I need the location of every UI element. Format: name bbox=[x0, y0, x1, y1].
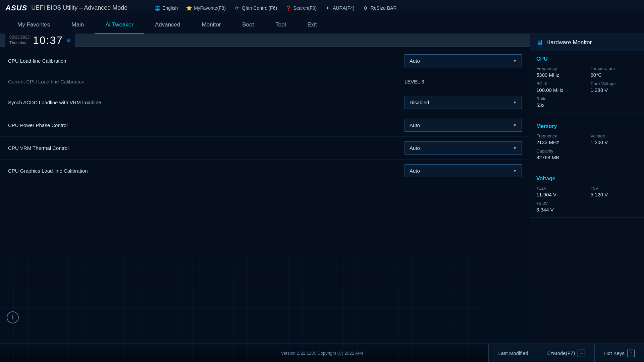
setting-row-cpu-graphics-load-line[interactable]: CPU Graphics Load-line Calibration Auto … bbox=[0, 160, 530, 182]
monitor-icon: 🖥 bbox=[536, 39, 543, 46]
header-toolbar: 🌐 English ⭐ MyFavorite(F3) ⟳ Qfan Contro… bbox=[154, 5, 396, 11]
hw-memory-title: Memory bbox=[536, 123, 638, 129]
breadcrumb: ← Ai Tweaker\DIGI+ VRM bbox=[0, 34, 530, 47]
hw-label-mem-freq: Frequency bbox=[536, 133, 584, 138]
hw-field-v12: +12V 11.904 V bbox=[536, 186, 584, 197]
toolbar-myfavorite-label: MyFavorite(F3) bbox=[194, 5, 226, 11]
footer-last-modified[interactable]: Last Modified bbox=[488, 344, 537, 362]
nav-boot[interactable]: Boot bbox=[231, 16, 265, 34]
footer-hot-keys[interactable]: Hot Keys ? bbox=[594, 344, 644, 362]
hw-voltage-title: Voltage bbox=[536, 176, 638, 182]
toolbar-qfan[interactable]: ⟳ Qfan Control(F6) bbox=[234, 5, 277, 11]
hw-label-cpu-core-voltage: Core Voltage bbox=[591, 81, 638, 86]
hw-field-mem-capacity: Capacity 32768 MB bbox=[536, 148, 638, 160]
setting-label-cpu-graphics-load-line: CPU Graphics Load-line Calibration bbox=[8, 168, 405, 174]
date-display: 02/23/2023 bbox=[9, 35, 30, 40]
hw-field-cpu-core-voltage: Core Voltage 1.288 V bbox=[591, 81, 638, 93]
hw-value-cpu-bclk: 100.00 MHz bbox=[536, 87, 584, 93]
hw-monitor-header: 🖥 Hardware Monitor bbox=[530, 34, 644, 51]
toolbar-search-label: Search(F9) bbox=[293, 5, 317, 11]
nav-favorites-label: My Favorites bbox=[17, 21, 50, 28]
globe-icon: 🌐 bbox=[154, 5, 160, 11]
chevron-down-icon-4: ▼ bbox=[513, 146, 517, 150]
hw-divider-2 bbox=[530, 168, 644, 168]
question-icon: ❓ bbox=[285, 5, 291, 11]
toolbar-english[interactable]: 🌐 English bbox=[154, 5, 178, 11]
setting-row-synch-acdc[interactable]: Synch ACDC Loadline with VRM Loadline Di… bbox=[0, 91, 530, 114]
logo-area: ASUS UEFI BIOS Utility – Advanced Mode bbox=[5, 4, 127, 12]
nav-main[interactable]: Main bbox=[61, 16, 95, 34]
nav-tool[interactable]: Tool bbox=[265, 16, 297, 34]
toolbar-myfavorite[interactable]: ⭐ MyFavorite(F3) bbox=[186, 5, 226, 11]
hw-memory-grid: Frequency 2133 MHz Voltage 1.200 V Capac… bbox=[536, 133, 638, 160]
setting-row-cpu-load-line[interactable]: CPU Load-line Calibration Auto ▼ bbox=[0, 50, 530, 72]
hw-label-v5: +5V bbox=[591, 186, 638, 191]
chevron-down-icon-3: ▼ bbox=[513, 123, 517, 128]
info-icon-area: i bbox=[7, 311, 19, 323]
setting-label-cpu-load-line: CPU Load-line Calibration bbox=[8, 58, 405, 64]
hw-field-v33: +3.3V 3.344 V bbox=[536, 201, 584, 213]
hw-field-mem-freq: Frequency 2133 MHz bbox=[536, 133, 584, 145]
hw-label-cpu-bclk: BCLK bbox=[536, 81, 584, 86]
setting-dropdown-cpu-power-phase[interactable]: Auto ▼ bbox=[405, 119, 522, 132]
hw-value-cpu-temp: 60°C bbox=[591, 72, 638, 78]
nav-tool-label: Tool bbox=[275, 21, 286, 28]
hw-label-cpu-temp: Temperature bbox=[591, 66, 638, 71]
ezmode-label: EzMode(F7) bbox=[547, 350, 575, 356]
star-icon: ⭐ bbox=[186, 5, 192, 11]
nav-exit[interactable]: Exit bbox=[297, 16, 327, 34]
nav-favorites[interactable]: My Favorites bbox=[7, 16, 61, 34]
hw-value-mem-capacity: 32768 MB bbox=[536, 155, 638, 160]
nav-boot-label: Boot bbox=[242, 21, 254, 28]
nav-monitor-label: Monitor bbox=[202, 21, 221, 28]
setting-dropdown-synch-acdc[interactable]: Disabled ▼ bbox=[405, 96, 522, 109]
info-button[interactable]: i bbox=[7, 311, 19, 323]
hw-value-cpu-freq: 5300 MHz bbox=[536, 72, 584, 78]
hw-field-cpu-temp: Temperature 60°C bbox=[591, 66, 638, 78]
footer-ezmode[interactable]: EzMode(F7) → bbox=[538, 344, 595, 362]
setting-label-cpu-vrm-thermal: CPU VRM Thermal Control bbox=[8, 145, 405, 151]
setting-dropdown-cpu-graphics-load-line[interactable]: Auto ▼ bbox=[405, 164, 522, 177]
chevron-down-icon: ▼ bbox=[513, 59, 517, 63]
hw-cpu-grid: Frequency 5300 MHz Temperature 60°C BCLK… bbox=[536, 66, 638, 108]
nav-aitweaker-label: Ai Tweaker bbox=[105, 21, 133, 28]
nav-monitor[interactable]: Monitor bbox=[191, 16, 232, 34]
hw-divider-1 bbox=[530, 116, 644, 116]
hw-cpu-section: CPU Frequency 5300 MHz Temperature 60°C … bbox=[530, 51, 644, 113]
dropdown-value-synch-acdc: Disabled bbox=[410, 100, 429, 105]
hot-keys-label: Hot Keys bbox=[604, 350, 625, 356]
toolbar-resizebar[interactable]: ⚙ ReSize BAR bbox=[363, 5, 397, 11]
navbar: My Favorites Main Ai Tweaker Advanced Mo… bbox=[0, 16, 644, 34]
settings-clock-icon[interactable]: ⚙ bbox=[66, 37, 71, 44]
chevron-down-icon-2: ▼ bbox=[513, 100, 517, 105]
hw-field-cpu-ratio: Ratio 53x bbox=[536, 96, 584, 108]
footer-buttons: Last Modified EzMode(F7) → Hot Keys ? bbox=[488, 344, 644, 362]
time-display: 10:37 bbox=[33, 34, 63, 47]
day-display: Thursday bbox=[9, 40, 30, 46]
hw-field-mem-voltage: Voltage 1.200 V bbox=[591, 133, 638, 145]
setting-dropdown-cpu-load-line[interactable]: Auto ▼ bbox=[405, 54, 522, 67]
hw-monitor-title: Hardware Monitor bbox=[546, 39, 592, 46]
hw-label-cpu-freq: Frequency bbox=[536, 66, 584, 71]
nav-main-label: Main bbox=[71, 21, 84, 28]
nav-advanced[interactable]: Advanced bbox=[144, 16, 191, 34]
hw-memory-section: Memory Frequency 2133 MHz Voltage 1.200 … bbox=[530, 119, 644, 165]
toolbar-aura[interactable]: ✦ AURA(F4) bbox=[325, 5, 355, 11]
footer: Version 2.22.1286 Copyright (C) 2022 AMI… bbox=[0, 344, 644, 362]
datetime-block: 02/23/2023 Thursday 10:37 ⚙ bbox=[5, 32, 75, 48]
bios-title: UEFI BIOS Utility – Advanced Mode bbox=[31, 4, 127, 11]
setting-label-cpu-power-phase: CPU Power Phase Control bbox=[8, 122, 405, 128]
toolbar-resizebar-label: ReSize BAR bbox=[371, 5, 397, 11]
hw-voltage-section: Voltage +12V 11.904 V +5V 5.120 V +3.3V … bbox=[530, 171, 644, 218]
setting-label-synch-acdc: Synch ACDC Loadline with VRM Loadline bbox=[8, 100, 405, 105]
hw-voltage-grid: +12V 11.904 V +5V 5.120 V +3.3V 3.344 V bbox=[536, 186, 638, 213]
hw-value-v33: 3.344 V bbox=[536, 207, 584, 213]
nav-aitweaker[interactable]: Ai Tweaker bbox=[95, 16, 144, 34]
toolbar-search[interactable]: ❓ Search(F9) bbox=[285, 5, 317, 11]
settings-list: CPU Load-line Calibration Auto ▼ Current… bbox=[0, 47, 530, 344]
setting-row-cpu-power-phase[interactable]: CPU Power Phase Control Auto ▼ bbox=[0, 114, 530, 137]
hw-field-v5: +5V 5.120 V bbox=[591, 186, 638, 197]
setting-row-cpu-vrm-thermal[interactable]: CPU VRM Thermal Control Auto ▼ bbox=[0, 137, 530, 160]
setting-dropdown-cpu-vrm-thermal[interactable]: Auto ▼ bbox=[405, 141, 522, 155]
main-layout: ← Ai Tweaker\DIGI+ VRM CPU Load-line Cal… bbox=[0, 34, 644, 344]
